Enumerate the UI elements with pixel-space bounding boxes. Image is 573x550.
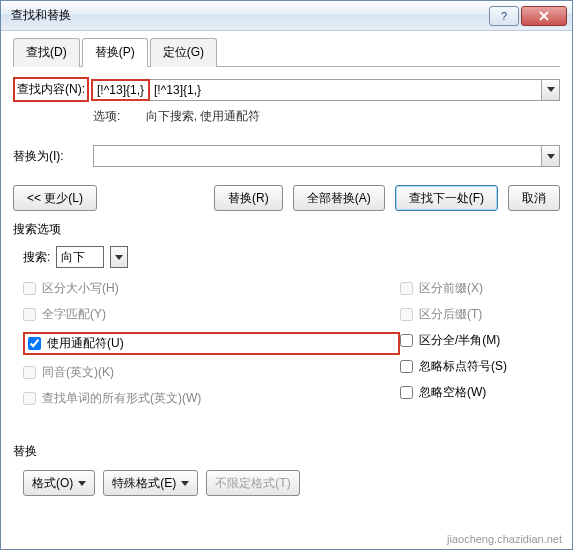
replace-dropdown-btn[interactable] [542,145,560,167]
dialog-content: 查找(D) 替换(P) 定位(G) 查找内容(N): [!^13]{1,} 选项… [1,31,572,506]
watermark: jiaocheng.chazidian.net [447,533,562,545]
prefix-checkbox [400,282,413,295]
help-icon: ? [498,10,510,22]
search-options-label: 搜索选项 [13,221,560,238]
checkbox-columns: 区分大小写(H) 全字匹配(Y) 使用通配符(U) 同音(英文)(K) 查找单词… [23,280,560,407]
special-format-button[interactable]: 特殊格式(E) [103,470,198,496]
find-options-line: 选项: 向下搜索, 使用通配符 [93,108,560,125]
close-icon [538,10,550,22]
sounds-like-checkbox [23,366,36,379]
chevron-down-icon [547,87,555,92]
check-ignore-punct[interactable]: 忽略标点符号(S) [400,358,560,375]
check-match-case: 区分大小写(H) [23,280,400,297]
tab-goto[interactable]: 定位(G) [150,38,217,67]
replace-label: 替换为(I): [13,148,93,165]
titlebar: 查找和替换 ? [1,1,572,31]
tab-strip: 查找(D) 替换(P) 定位(G) [13,37,560,67]
options-label: 选项: [93,109,120,123]
left-column: 区分大小写(H) 全字匹配(Y) 使用通配符(U) 同音(英文)(K) 查找单词… [23,280,400,407]
replace-input[interactable] [93,145,542,167]
direction-dropdown-btn[interactable] [110,246,128,268]
check-whole-word: 全字匹配(Y) [23,306,400,323]
action-buttons: << 更少(L) 替换(R) 全部替换(A) 查找下一处(F) 取消 [13,185,560,211]
replace-format-group: 替换 格式(O) 特殊格式(E) 不限定格式(T) [13,443,560,496]
window-title: 查找和替换 [11,7,487,24]
ignore-space-checkbox[interactable] [400,386,413,399]
wildcards-checkbox[interactable] [28,337,41,350]
check-wildcards-highlight: 使用通配符(U) [23,332,400,355]
full-half-checkbox[interactable] [400,334,413,347]
format-buttons: 格式(O) 特殊格式(E) 不限定格式(T) [23,470,560,496]
direction-label: 搜索: [23,249,50,266]
check-full-half[interactable]: 区分全/半角(M) [400,332,560,349]
match-case-checkbox [23,282,36,295]
check-all-forms: 查找单词的所有形式(英文)(W) [23,390,400,407]
close-button[interactable] [521,6,567,26]
direction-select[interactable]: 向下 [56,246,104,268]
find-input-wrap: [!^13]{1,} [91,79,560,101]
find-value-highlight: [!^13]{1,} [91,79,150,101]
chevron-down-icon [115,255,123,260]
check-ignore-space[interactable]: 忽略空格(W) [400,384,560,401]
find-row: 查找内容(N): [!^13]{1,} [13,77,560,102]
check-prefix: 区分前缀(X) [400,280,560,297]
no-format-button: 不限定格式(T) [206,470,299,496]
svg-text:?: ? [501,10,507,22]
less-button[interactable]: << 更少(L) [13,185,97,211]
suffix-checkbox [400,308,413,321]
find-next-button[interactable]: 查找下一处(F) [395,185,498,211]
replace-input-wrap [93,145,560,167]
ignore-punct-checkbox[interactable] [400,360,413,373]
search-direction-row: 搜索: 向下 [23,246,560,268]
replace-button[interactable]: 替换(R) [214,185,283,211]
check-suffix: 区分后缀(T) [400,306,560,323]
direction-value: 向下 [61,249,85,266]
chevron-down-icon [181,481,189,486]
cancel-button[interactable]: 取消 [508,185,560,211]
chevron-down-icon [547,154,555,159]
whole-word-checkbox [23,308,36,321]
options-text: 向下搜索, 使用通配符 [146,109,261,123]
replace-format-label: 替换 [13,443,560,460]
tab-find[interactable]: 查找(D) [13,38,80,67]
right-column: 区分前缀(X) 区分后缀(T) 区分全/半角(M) 忽略标点符号(S) 忽略空格… [400,280,560,407]
replace-all-button[interactable]: 全部替换(A) [293,185,385,211]
find-label: 查找内容(N): [13,77,89,102]
dialog-window: 查找和替换 ? 查找(D) 替换(P) 定位(G) 查找内容(N): [!^13… [0,0,573,550]
help-button[interactable]: ? [489,6,519,26]
check-sounds-like: 同音(英文)(K) [23,364,400,381]
replace-row: 替换为(I): [13,145,560,167]
format-button[interactable]: 格式(O) [23,470,95,496]
tab-replace[interactable]: 替换(P) [82,38,148,67]
chevron-down-icon [78,481,86,486]
find-dropdown-btn[interactable] [542,79,560,101]
find-input[interactable] [150,79,542,101]
all-forms-checkbox [23,392,36,405]
check-wildcards[interactable]: 使用通配符(U) [28,335,124,352]
